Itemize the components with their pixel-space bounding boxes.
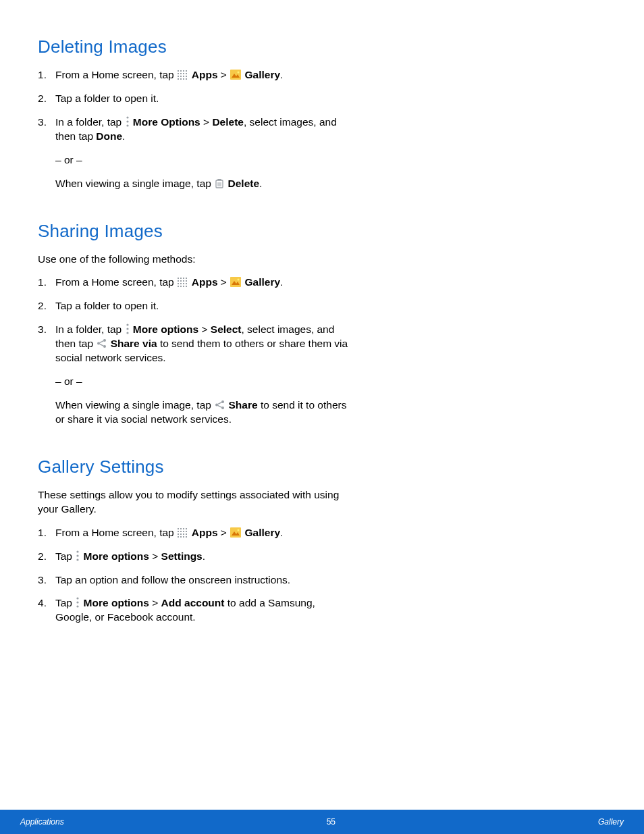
svg-rect-36 — [180, 283, 182, 284]
svg-rect-66 — [186, 531, 187, 532]
svg-point-81 — [77, 598, 79, 600]
heading-gallery-settings: Gallery Settings — [38, 457, 348, 477]
svg-rect-60 — [180, 528, 182, 529]
svg-rect-14 — [183, 78, 184, 80]
svg-rect-0 — [178, 70, 179, 72]
svg-point-51 — [103, 345, 106, 348]
svg-rect-35 — [178, 283, 179, 284]
more-options-icon — [126, 323, 130, 334]
svg-rect-3 — [186, 70, 187, 72]
list-item: From a Home screen, tap Apps > Gallery. — [38, 68, 348, 82]
svg-rect-75 — [230, 527, 241, 538]
svg-rect-1 — [180, 70, 182, 72]
svg-rect-65 — [183, 531, 184, 532]
more-options-icon — [126, 116, 130, 127]
list-item: Tap More options > Add account to add a … — [38, 596, 348, 625]
steps-sharing: From a Home screen, tap Apps > Gallery. … — [38, 276, 348, 426]
svg-rect-38 — [186, 283, 187, 284]
list-item: In a folder, tap More options > Select, … — [38, 323, 348, 427]
svg-rect-59 — [178, 528, 179, 529]
steps-settings: From a Home screen, tap Apps > Gallery. … — [38, 526, 348, 625]
svg-point-79 — [77, 554, 79, 556]
svg-point-80 — [77, 558, 79, 561]
svg-rect-71 — [178, 536, 179, 538]
svg-rect-67 — [178, 533, 179, 535]
svg-rect-68 — [180, 533, 182, 535]
svg-rect-32 — [180, 280, 182, 282]
svg-rect-11 — [186, 76, 187, 77]
svg-rect-6 — [183, 73, 184, 74]
list-item: In a folder, tap More Options > Delete, … — [38, 115, 348, 191]
heading-deleting-images: Deleting Images — [38, 36, 348, 57]
section-sharing-images: Sharing Images Use one of the following … — [38, 221, 348, 427]
svg-point-48 — [126, 332, 128, 334]
svg-point-18 — [238, 72, 240, 74]
svg-point-54 — [221, 400, 224, 403]
svg-rect-70 — [186, 533, 187, 535]
or-separator: – or – — [55, 375, 348, 389]
svg-rect-69 — [183, 533, 184, 535]
svg-point-21 — [126, 124, 128, 126]
heading-sharing-images: Sharing Images — [38, 221, 348, 242]
svg-point-45 — [238, 279, 240, 281]
svg-point-82 — [77, 602, 79, 604]
svg-rect-9 — [180, 76, 182, 77]
svg-rect-72 — [180, 536, 182, 538]
svg-rect-34 — [186, 280, 187, 282]
section-gallery-settings: Gallery Settings These settings allow yo… — [38, 457, 348, 625]
svg-rect-28 — [180, 278, 182, 279]
share-icon — [215, 400, 225, 410]
intro-text: These settings allow you to modify setti… — [38, 488, 348, 517]
gallery-icon — [230, 527, 241, 538]
svg-rect-74 — [186, 536, 187, 538]
intro-text: Use one of the following methods: — [38, 253, 348, 267]
svg-rect-2 — [183, 70, 184, 72]
svg-line-58 — [218, 405, 222, 407]
apps-grid-icon — [178, 528, 188, 538]
svg-rect-13 — [180, 78, 182, 80]
list-item: Tap an option and follow the onscreen in… — [38, 573, 348, 588]
list-item: From a Home screen, tap Apps > Gallery. — [38, 526, 348, 540]
list-item: Tap More options > Settings. — [38, 550, 348, 564]
svg-rect-39 — [178, 286, 179, 287]
svg-rect-29 — [183, 278, 184, 279]
or-separator: – or – — [55, 153, 348, 167]
apps-grid-icon — [178, 70, 188, 80]
svg-rect-16 — [230, 70, 241, 80]
svg-rect-4 — [178, 73, 179, 74]
page-number: 55 — [327, 817, 336, 827]
svg-rect-31 — [178, 280, 179, 282]
svg-point-19 — [126, 116, 128, 118]
svg-point-49 — [103, 339, 106, 342]
svg-rect-62 — [186, 528, 187, 529]
trash-icon — [215, 178, 224, 188]
svg-line-57 — [218, 402, 222, 405]
more-options-icon — [76, 550, 80, 561]
svg-point-83 — [77, 606, 79, 608]
svg-rect-8 — [178, 76, 179, 77]
footer-right: Gallery — [598, 817, 624, 827]
svg-rect-27 — [178, 278, 179, 279]
svg-point-78 — [77, 550, 79, 552]
svg-rect-43 — [230, 277, 241, 287]
svg-point-46 — [126, 324, 128, 326]
page-footer: Applications 55 Gallery — [0, 810, 644, 834]
svg-rect-40 — [180, 286, 182, 287]
steps-deleting: From a Home screen, tap Apps > Gallery. … — [38, 68, 348, 191]
svg-rect-23 — [217, 179, 221, 180]
svg-rect-7 — [186, 73, 187, 74]
gallery-icon — [230, 70, 241, 80]
more-options-icon — [76, 597, 80, 608]
svg-rect-41 — [183, 286, 184, 287]
svg-rect-5 — [180, 73, 182, 74]
svg-rect-63 — [178, 531, 179, 532]
svg-rect-61 — [183, 528, 184, 529]
svg-rect-10 — [183, 76, 184, 77]
svg-rect-30 — [186, 278, 187, 279]
svg-line-52 — [100, 341, 104, 343]
svg-rect-73 — [183, 536, 184, 538]
section-deleting-images: Deleting Images From a Home screen, tap … — [38, 36, 348, 191]
gallery-icon — [230, 277, 241, 287]
svg-rect-37 — [183, 283, 184, 284]
apps-grid-icon — [178, 278, 188, 287]
